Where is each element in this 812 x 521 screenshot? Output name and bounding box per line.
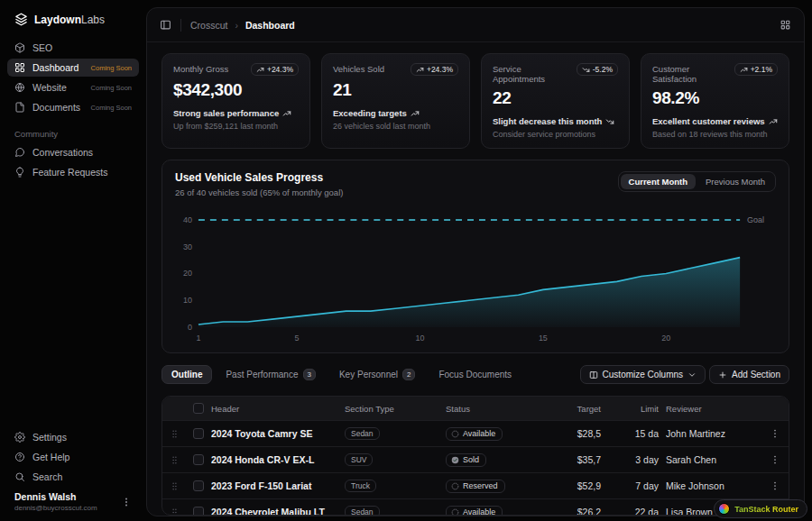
trend-badge: +2.1% [734,63,778,76]
row-checkbox[interactable] [193,454,204,465]
logo[interactable]: LaydownLabs [7,9,139,30]
file-icon [14,102,25,113]
sidebar-group-community: Community [7,129,139,139]
user-email: dennis@buycrosscut.com [14,504,97,512]
tab-key-personnel[interactable]: Key Personnel2 [329,364,426,385]
sidebar-toggle-icon[interactable] [160,19,171,31]
column-reviewer[interactable]: Reviewer [666,404,761,414]
sidebar-item-get-help[interactable]: Get Help [7,448,139,466]
column-section-type[interactable]: Section Type [345,404,446,414]
tab-outline[interactable]: Outline [161,365,212,384]
target-value[interactable]: $28,5 [545,428,608,439]
limit-value[interactable]: 7 day [608,480,666,491]
sidebar-item-seo[interactable]: SEO [7,39,139,57]
breadcrumb-app[interactable]: Crosscut [190,20,227,31]
breadcrumb-separator: › [235,20,238,31]
trending-up-icon [256,66,264,74]
tab-focus-documents[interactable]: Focus Documents [429,365,521,384]
target-value[interactable]: $52,9 [545,480,608,491]
row-header-link[interactable]: 2024 Toyota Camry SE [211,428,345,439]
column-status[interactable]: Status [446,404,545,414]
coming-soon-badge: Coming Soon [91,104,132,112]
status-badge: Available [446,506,503,516]
circle-dashed-icon [451,482,459,490]
target-value[interactable]: $26,2 [545,507,608,516]
app-shell: LaydownLabs SEO Dashboard Coming Soon We… [0,0,812,521]
dashboard-icon [14,62,25,73]
column-limit[interactable]: Limit [608,404,666,414]
status-badge: Available [446,427,503,441]
column-header[interactable]: Header [211,404,345,414]
row-actions-icon[interactable] [770,428,780,439]
status-badge: Reserved [446,480,505,493]
svg-text:0: 0 [188,323,192,332]
sidebar-item-settings[interactable]: Settings [7,428,139,446]
stat-footer-title: Slight decrease this month [493,116,602,126]
svg-text:5: 5 [295,334,300,343]
sidebar-item-website[interactable]: Website Coming Soon [7,78,139,96]
toggle-previous-month[interactable]: Previous Month [697,174,773,189]
sidebar-item-search[interactable]: Search [7,468,139,486]
more-vertical-icon[interactable] [121,497,132,507]
drag-handle-icon[interactable] [170,429,180,439]
drag-handle-icon[interactable] [170,455,180,465]
tanstack-devtools-toggle[interactable]: TanStack Router [714,499,807,518]
devtools-label: TanStack Router [734,505,798,514]
row-actions-icon[interactable] [770,454,780,465]
stat-footer-sub: Up from $259,121 last month [173,122,299,131]
column-target[interactable]: Target [545,404,608,414]
customize-columns-button[interactable]: Customize Columns [580,365,706,384]
coming-soon-badge: Coming Soon [91,84,132,92]
reviewer-value: John Martinez [666,428,761,439]
trending-up-icon [740,66,748,74]
sidebar-item-label: Settings [32,432,67,443]
circle-dashed-icon [451,508,459,516]
stat-footer-sub: 26 vehicles sold last month [333,122,458,131]
toggle-current-month[interactable]: Current Month [621,174,696,189]
row-header-link[interactable]: 2024 Chevrolet Malibu LT [211,507,345,516]
section-type-badge: Sedan [345,427,380,440]
row-header-link[interactable]: 2023 Ford F-150 Lariat [211,480,345,491]
add-section-button[interactable]: Add Section [709,365,789,384]
section-type-badge: Sedan [345,506,380,516]
svg-text:40: 40 [183,215,192,224]
table-row: 2024 Chevrolet Malibu LT Sedan Available… [162,498,789,516]
limit-value[interactable]: 22 da [608,507,666,516]
month-toggle-group: Current Month Previous Month [618,171,776,192]
svg-text:1: 1 [196,334,200,343]
stat-card-customer-satisfaction: Customer Satisfaction +2.1% 98.2% Excell… [641,53,789,149]
limit-value[interactable]: 3 day [608,454,666,465]
row-actions-icon[interactable] [770,480,780,491]
row-checkbox[interactable] [193,480,204,491]
sidebar-item-feature-requests[interactable]: Feature Requests [7,163,139,181]
sidebar-item-label: Website [32,82,67,93]
stat-card-service-appointments: Service Appointments -5.2% 22 Slight dec… [481,53,630,149]
layout-grid-icon[interactable] [780,19,791,31]
sidebar: LaydownLabs SEO Dashboard Coming Soon We… [0,0,146,521]
sidebar-item-documents[interactable]: Documents Coming Soon [7,98,139,116]
tab-past-performance[interactable]: Past Performance3 [216,364,326,385]
trending-down-icon [605,117,614,126]
svg-text:20: 20 [183,269,192,278]
row-checkbox[interactable] [193,507,204,516]
trending-up-icon [769,117,778,126]
row-checkbox[interactable] [193,428,204,439]
sidebar-nav: SEO Dashboard Coming Soon Website Coming… [7,39,139,116]
select-all-checkbox[interactable] [193,403,204,414]
tab-count-badge: 3 [303,369,316,380]
sidebar-item-label: Conversations [32,147,93,158]
stat-label: Customer Satisfaction [652,63,731,84]
limit-value[interactable]: 15 da [608,428,666,439]
user-menu[interactable]: Dennis Walsh dennis@buycrosscut.com [7,486,139,514]
drag-handle-icon[interactable] [170,507,180,516]
circle-dashed-icon [451,430,459,438]
tanstack-logo-icon [718,503,730,515]
chat-icon [14,147,25,158]
target-value[interactable]: $35,7 [545,454,608,465]
sidebar-item-dashboard[interactable]: Dashboard Coming Soon [7,59,139,77]
sidebar-item-conversations[interactable]: Conversations [7,143,139,161]
tab-count-badge: 2 [402,369,415,380]
header-divider [180,19,181,32]
row-header-link[interactable]: 2024 Honda CR-V EX-L [211,454,345,465]
drag-handle-icon[interactable] [170,481,180,491]
